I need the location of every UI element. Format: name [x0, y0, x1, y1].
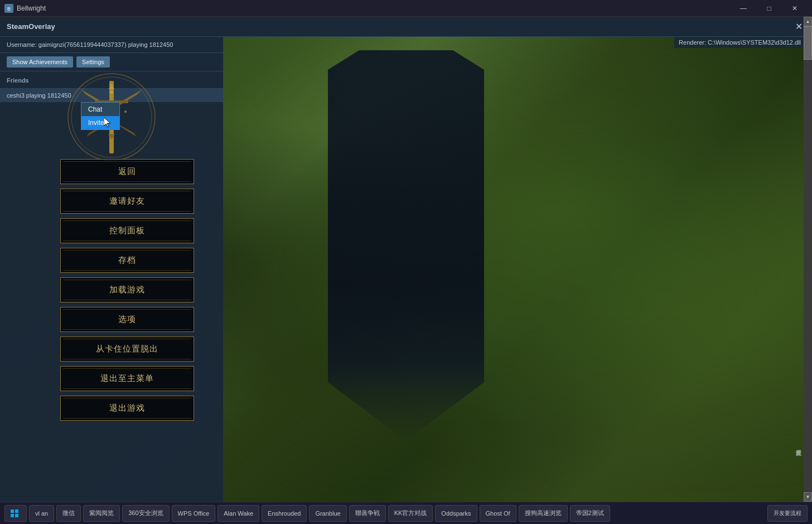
- steam-topbar: SteamOverlay ✕: [0, 17, 812, 37]
- taskbar-item-ziyue[interactable]: 紫阅阅览: [83, 505, 120, 522]
- game-menu-buttons: 返回 邀请好友 控制面板 存档 加载游戏 选项 从卡住位置脱出 退出至主菜单 退…: [60, 159, 194, 421]
- btn-invite-friend[interactable]: 邀请好友: [60, 189, 194, 214]
- taskbar-item-ghost[interactable]: Ghost Of: [480, 505, 516, 522]
- steam-overlay-area: SteamOverlay ✕ Renderer: C:\Windows\SYST…: [0, 17, 812, 502]
- scrollbar-track: [804, 26, 812, 492]
- svg-point-9: [110, 90, 113, 94]
- taskbar-item-alanwake[interactable]: Alan Wake: [218, 505, 259, 522]
- maximize-button[interactable]: □: [756, 0, 782, 17]
- taskbar-item-oddsparks[interactable]: Oddsparks: [435, 505, 477, 522]
- taskbar-item-empire[interactable]: 帝国2测试: [570, 505, 610, 522]
- invite-option[interactable]: Invite: [81, 116, 119, 129]
- taskbar-item-360[interactable]: 360安全浏览: [122, 505, 169, 522]
- taskbar-item-lianzheng[interactable]: 聯蒸争戦: [349, 505, 386, 522]
- btn-control-panel[interactable]: 控制面板: [60, 218, 194, 243]
- svg-text:B: B: [7, 6, 11, 12]
- btn-load[interactable]: 加载游戏: [60, 277, 194, 302]
- scroll-up-arrow[interactable]: ▲: [804, 17, 812, 26]
- svg-rect-12: [11, 509, 14, 513]
- scrollbar-thumb[interactable]: [804, 26, 812, 60]
- taskbar-item-wechat[interactable]: 微信: [56, 505, 81, 522]
- window-title: Bellwright: [17, 4, 731, 12]
- game-banner-decoration: [328, 50, 484, 441]
- window-titlebar: B Bellwright — □ ✕: [0, 0, 812, 17]
- right-scrollbar[interactable]: ▲ ▼: [804, 17, 812, 502]
- friends-label: Friends: [7, 77, 29, 84]
- btn-unstuck[interactable]: 从卡住位置脱出: [60, 336, 194, 362]
- show-achievements-button[interactable]: Show Achievements: [7, 56, 73, 68]
- taskbar-item-wps[interactable]: WPS Office: [172, 505, 216, 522]
- svg-point-11: [124, 110, 127, 113]
- minimize-button[interactable]: —: [731, 0, 756, 17]
- settings-button[interactable]: Settings: [76, 56, 110, 68]
- svg-marker-6: [108, 134, 115, 140]
- user-info-bar: Username: gaimignzi(76561199444037337) p…: [0, 37, 223, 53]
- taskbar-item-kk[interactable]: KK官方对战: [388, 505, 433, 522]
- taskbar-item-granblue[interactable]: Granblue: [309, 505, 346, 522]
- svg-rect-15: [15, 514, 18, 517]
- btn-quit[interactable]: 退出游戏: [60, 396, 194, 421]
- close-button[interactable]: ✕: [782, 0, 808, 17]
- taskbar-item-sougou[interactable]: 搜狗高速浏览: [519, 505, 568, 522]
- renderer-info: Renderer: C:\Windows\SYSTEM32\d3d12.dll: [674, 37, 805, 48]
- scroll-down-arrow[interactable]: ▼: [804, 492, 812, 502]
- svg-rect-14: [11, 514, 14, 517]
- btn-main-menu[interactable]: 退出至主菜单: [60, 366, 194, 391]
- taskbar-right-item[interactable]: 开发要流程: [767, 505, 808, 522]
- steam-overlay-title: SteamOverlay: [7, 22, 792, 31]
- taskbar-item-enshrouded[interactable]: Enshrouded: [262, 505, 307, 522]
- chat-option[interactable]: Chat: [81, 103, 119, 116]
- taskbar: vl an 微信 紫阅阅览 360安全浏览 WPS Office Alan Wa…: [0, 502, 812, 524]
- btn-save[interactable]: 存档: [60, 248, 194, 273]
- taskbar-item-wlan[interactable]: vl an: [29, 505, 54, 522]
- btn-options[interactable]: 选项: [60, 307, 194, 332]
- btn-back[interactable]: 返回: [60, 159, 194, 184]
- user-info-text: Username: gaimignzi(76561199444037337) p…: [7, 41, 173, 48]
- friend-dropdown: Chat Invite: [81, 102, 120, 130]
- svg-rect-13: [15, 509, 18, 513]
- friend-name: ceshi3 playing 1812450: [7, 92, 71, 99]
- taskbar-start[interactable]: [4, 505, 27, 522]
- action-buttons-row: Show Achievements Settings: [0, 53, 223, 71]
- app-icon: B: [4, 4, 13, 13]
